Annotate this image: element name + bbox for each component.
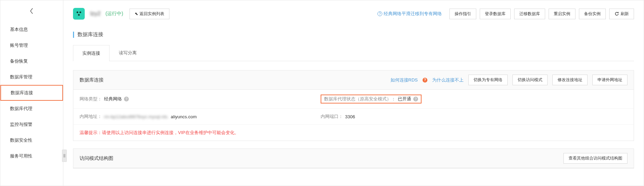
- chevron-left-icon: [29, 7, 34, 15]
- button-label: 刷新: [621, 11, 629, 17]
- section-title: 数据库连接: [63, 26, 644, 45]
- return-list-button[interactable]: ⬉ 返回实例列表: [129, 9, 169, 19]
- access-mode-panel: 访问模式结构图 查看其他组合访问模式结构图: [73, 149, 634, 168]
- back-button[interactable]: [0, 0, 63, 22]
- sidebar-item-accounts[interactable]: 账号管理: [0, 37, 63, 53]
- switch-mode-button[interactable]: 切换访问模式: [512, 75, 548, 85]
- panel-title: 访问模式结构图: [80, 155, 113, 162]
- login-db-button[interactable]: 登录数据库: [480, 9, 511, 19]
- panel-title: 数据库连接: [80, 77, 104, 83]
- sidebar-item-label: 数据库管理: [10, 74, 32, 80]
- tabs: 实例连接 读写分离: [73, 45, 634, 61]
- sidebar-item-label: 数据库代理: [10, 106, 32, 112]
- panel-header: 数据库连接 如何连接RDS ? 为什么连接不上 切换为专有网络 切换访问模式 修…: [73, 70, 634, 90]
- topbar: lzy2 (运行中) ⬉ 返回实例列表 ? 经典网络平滑迁移到专有网络 操作指引…: [63, 0, 644, 26]
- button-label: 登录数据库: [485, 11, 506, 17]
- help-icon[interactable]: ?: [124, 97, 129, 101]
- sidebar-item-label: 账号管理: [10, 42, 28, 48]
- sidebar-item-label: 数据安全性: [10, 137, 32, 143]
- product-icon: [73, 8, 85, 20]
- why-fail-link[interactable]: 为什么连接不上: [432, 77, 464, 83]
- sidebar-item-availability[interactable]: 服务可用性: [0, 148, 63, 164]
- button-label: 申请外网地址: [598, 77, 622, 83]
- intranet-addr-suffix: aliyuncs.com: [171, 114, 197, 119]
- section-title-text: 数据库连接: [77, 31, 103, 38]
- proxy-status-label: 数据库代理状态（原高安全模式）：: [324, 96, 396, 102]
- intranet-port-label: 内网端口：: [321, 113, 343, 120]
- apply-public-button[interactable]: 申请外网地址: [592, 75, 627, 85]
- button-label: 备份实例: [584, 11, 601, 17]
- net-type-value: 经典网络: [104, 96, 122, 102]
- link-label: 经典网络平滑迁移到专有网络: [384, 11, 442, 17]
- collapse-icon: [63, 153, 66, 158]
- proxy-status-highlight: 数据库代理状态（原高安全模式）： 已开通 ?: [321, 95, 422, 103]
- switch-vpc-button[interactable]: 切换为专有网络: [468, 75, 508, 85]
- warning-icon: ?: [423, 78, 427, 83]
- db-connection-panel: 数据库连接 如何连接RDS ? 为什么连接不上 切换为专有网络 切换访问模式 修…: [73, 70, 634, 141]
- migrate-db-button[interactable]: 迁移数据库: [514, 9, 545, 19]
- refresh-icon: [614, 11, 619, 16]
- net-type-label: 网络类型：: [80, 96, 102, 102]
- guide-button[interactable]: 操作指引: [449, 9, 476, 19]
- sidebar-item-label: 服务可用性: [10, 153, 32, 159]
- instance-name: lzy2: [90, 10, 101, 17]
- intranet-port-value: 3306: [345, 114, 355, 119]
- svg-point-0: [76, 11, 78, 13]
- button-label: 切换为专有网络: [474, 77, 502, 83]
- proxy-status-value: 已开通: [398, 96, 411, 102]
- how-connect-link[interactable]: 如何连接RDS: [391, 77, 418, 83]
- sidebar-item-backup[interactable]: 备份恢复: [0, 53, 63, 69]
- sidebar-item-label: 备份恢复: [10, 58, 28, 64]
- sidebar: 基本信息 账号管理 备份恢复 数据库管理 数据库连接 数据库代理 监控与报警 数…: [0, 0, 63, 186]
- sidebar-item-dbmgmt[interactable]: 数据库管理: [0, 69, 63, 85]
- button-label: 查看其他组合访问模式结构图: [569, 155, 622, 161]
- return-icon: ⬉: [135, 11, 138, 16]
- sidebar-item-label: 数据库连接: [11, 90, 33, 96]
- intranet-addr-prefix: rm-bp12abcd9876xyz.mysql.rds.: [104, 114, 169, 119]
- instance-status: (运行中): [105, 11, 123, 17]
- migrate-vpc-link[interactable]: ? 经典网络平滑迁移到专有网络: [377, 11, 442, 17]
- backup-button[interactable]: 备份实例: [579, 9, 606, 19]
- help-icon: ?: [377, 11, 382, 16]
- button-label: 重启实例: [554, 11, 570, 17]
- sidebar-item-monitor[interactable]: 监控与报警: [0, 117, 63, 132]
- network-row: 网络类型： 经典网络 ? 数据库代理状态（原高安全模式）： 已开通 ?: [73, 90, 634, 109]
- refresh-button[interactable]: 刷新: [609, 9, 634, 19]
- button-label: 迁移数据库: [519, 11, 540, 17]
- address-row: 内网地址： rm-bp12abcd9876xyz.mysql.rds.aliyu…: [73, 109, 634, 125]
- view-other-diagram-button[interactable]: 查看其他组合访问模式结构图: [563, 153, 627, 164]
- edit-addr-button[interactable]: 修改连接地址: [552, 75, 588, 85]
- tab-label: 读写分离: [119, 50, 137, 55]
- main: lzy2 (运行中) ⬉ 返回实例列表 ? 经典网络平滑迁移到专有网络 操作指引…: [63, 0, 644, 186]
- sidebar-item-basic[interactable]: 基本信息: [0, 22, 63, 37]
- button-label: 返回实例列表: [139, 11, 164, 17]
- tab-label: 实例连接: [82, 51, 100, 56]
- button-label: 切换访问模式: [518, 77, 542, 83]
- sidebar-item-dbconn[interactable]: 数据库连接: [0, 85, 63, 101]
- svg-point-2: [78, 14, 80, 16]
- tab-instance-conn[interactable]: 实例连接: [73, 45, 110, 61]
- sidebar-item-dbproxy[interactable]: 数据库代理: [0, 101, 63, 117]
- sidebar-item-label: 监控与报警: [10, 121, 32, 128]
- panel-header: 访问模式结构图 查看其他组合访问模式结构图: [73, 149, 634, 168]
- warning-text: 温馨提示：请使用以上访问连接串进行实例连接，VIP在业务维护中可能会变化。: [73, 125, 634, 141]
- tab-rw-split[interactable]: 读写分离: [110, 45, 146, 61]
- sidebar-item-label: 基本信息: [10, 26, 28, 33]
- button-label: 操作指引: [455, 11, 471, 17]
- sidebar-item-security[interactable]: 数据安全性: [0, 132, 63, 148]
- help-icon[interactable]: ?: [413, 97, 418, 101]
- sidebar-collapse-handle[interactable]: [62, 150, 67, 162]
- svg-point-1: [80, 11, 81, 13]
- intranet-addr-label: 内网地址：: [80, 113, 102, 120]
- button-label: 修改连接地址: [558, 77, 582, 83]
- restart-button[interactable]: 重启实例: [549, 9, 575, 19]
